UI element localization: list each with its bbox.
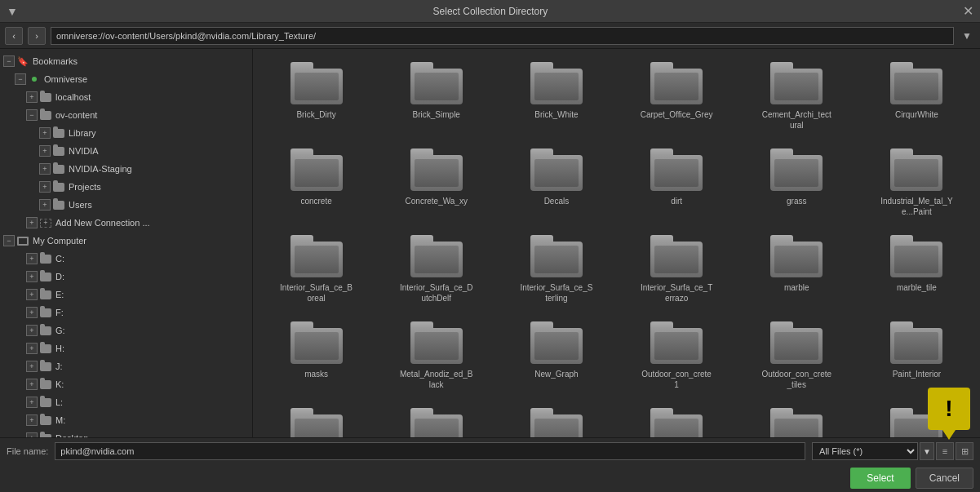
file-item-interior-surface-sterling[interactable]: Interior_Surfa_ce_Sterling — [499, 228, 613, 308]
expand-c[interactable]: + — [26, 253, 38, 264]
file-item-outdoor-concrete1[interactable]: Outdoor_con_crete1 — [620, 315, 734, 395]
folder-icon-brick-dirty — [290, 62, 343, 104]
sidebar-item-my-computer[interactable]: − My Computer — [0, 232, 252, 250]
folder-icon-nvidia-staging — [52, 163, 65, 175]
folder-icon-concrete-waxy — [410, 148, 463, 191]
forward-button[interactable]: › — [28, 27, 46, 45]
expand-localhost[interactable]: + — [26, 91, 38, 103]
expand-nvidia-staging[interactable]: + — [39, 163, 51, 175]
sidebar-item-ov-content[interactable]: − ov-content — [0, 106, 252, 124]
sidebar-item-f[interactable]: + F: — [0, 304, 252, 321]
menu-icon[interactable]: ▼ — [7, 5, 18, 18]
expand-f[interactable]: + — [26, 307, 38, 318]
filter-dropdown-arrow[interactable]: ▼ — [920, 442, 934, 460]
file-item-dirt[interactable]: dirt — [620, 142, 734, 222]
sidebar-item-desktop[interactable]: + Desktop — [0, 429, 252, 437]
file-item-paint-interior[interactable]: Paint_Interior — [860, 315, 973, 395]
expand-d[interactable]: + — [26, 271, 38, 282]
file-item-new-graph[interactable]: New_Graph — [499, 315, 613, 395]
title-bar-left: ▼ — [7, 5, 18, 18]
file-label-cement-archi-tectural: Cement_Archi_tectural — [760, 109, 833, 131]
sidebar-item-j[interactable]: + J: — [0, 357, 252, 375]
file-item-brick-dirty[interactable]: Brick_Dirty — [259, 55, 373, 135]
sidebar-item-c[interactable]: + C: — [0, 250, 252, 268]
folder-icon-marble-tile — [890, 235, 942, 277]
folder-icon-brick-white — [530, 62, 583, 104]
sidebar-item-nvidia-staging[interactable]: + NVIDIA-Staging — [0, 160, 252, 178]
file-item-marble[interactable]: marble — [740, 228, 854, 308]
sidebar-item-projects[interactable]: + Projects — [0, 178, 252, 196]
file-item-marble-tile[interactable]: marble_tile — [860, 228, 973, 308]
file-item-concrete-waxy[interactable]: Concrete_Wa_xy — [379, 142, 493, 222]
address-path[interactable]: omniverse://ov-content/Users/pkind@nvidi… — [51, 27, 954, 45]
folder-icon-plaster — [530, 408, 583, 437]
expand-omniverse[interactable]: − — [15, 73, 26, 85]
view-grid-button[interactable]: ⊞ — [956, 442, 973, 460]
address-expand-icon[interactable]: ▼ — [959, 29, 975, 43]
cancel-button[interactable]: Cancel — [916, 468, 973, 489]
expand-nvidia[interactable]: + — [39, 145, 51, 157]
expand-j[interactable]: + — [26, 361, 38, 372]
expand-my-computer[interactable]: − — [3, 235, 15, 246]
file-item-pictures[interactable]: pictures — [259, 401, 373, 437]
file-label-masks: masks — [304, 369, 328, 379]
file-item-brick-simple[interactable]: Brick_Simple — [379, 55, 493, 135]
file-item-decals[interactable]: Decals — [499, 142, 613, 222]
file-item-plaster[interactable]: plaster — [499, 401, 613, 437]
file-item-outdoor-concrete-tiles[interactable]: Outdoor_con_crete_tiles — [740, 315, 854, 395]
sidebar-item-omniverse[interactable]: − Omniverse — [0, 70, 252, 88]
file-item-masks[interactable]: masks — [259, 315, 373, 395]
expand-bookmarks[interactable]: − — [3, 55, 15, 67]
file-item-industrial-me-tal[interactable]: Industrial_Me_tal_Ye...Paint — [860, 142, 973, 222]
view-list-button[interactable]: ≡ — [936, 442, 954, 460]
file-item-interior-surface-boreal[interactable]: Interior_Surfa_ce_Boreal — [259, 228, 373, 308]
filename-input[interactable] — [55, 442, 805, 460]
sidebar-item-nvidia[interactable]: + NVIDIA — [0, 142, 252, 160]
file-label-paint-interior: Paint_Interior — [893, 369, 941, 379]
expand-m[interactable]: + — [26, 414, 38, 426]
file-type-filter[interactable]: All Files (*) — [812, 442, 918, 460]
file-item-interior-surface-dutchdelf[interactable]: Interior_Surfa_ce_DutchDelf — [379, 228, 493, 308]
file-item-folder29[interactable] — [740, 401, 854, 437]
file-label-metal-anodized-black: Metal_Anodiz_ed_Black — [400, 369, 473, 390]
expand-users[interactable]: + — [39, 199, 51, 211]
file-item-cirqur-white[interactable]: CirqurWhite — [860, 55, 973, 135]
file-item-steel[interactable]: Steel — [620, 401, 734, 437]
file-item-carpet-office-grey[interactable]: Carpet_Office_Grey — [620, 55, 734, 135]
expand-g[interactable]: + — [26, 325, 38, 336]
sidebar-item-add-connection[interactable]: + + Add New Connection ... — [0, 214, 252, 232]
sidebar-item-users[interactable]: + Users — [0, 196, 252, 214]
file-label-concrete-waxy: Concrete_Wa_xy — [406, 196, 468, 206]
expand-k[interactable]: + — [26, 379, 38, 390]
sidebar-item-bookmarks[interactable]: − 🔖 Bookmarks — [0, 52, 252, 70]
expand-library[interactable]: + — [39, 127, 51, 139]
expand-e[interactable]: + — [26, 289, 38, 300]
folder-icon-users — [52, 199, 65, 211]
sidebar-item-e[interactable]: + E: — [0, 286, 252, 304]
expand-projects[interactable]: + — [39, 181, 51, 193]
sidebar-label-users: Users — [69, 200, 92, 210]
sidebar-item-k[interactable]: + K: — [0, 375, 252, 393]
expand-h[interactable]: + — [26, 343, 38, 354]
file-item-brick-white[interactable]: Brick_White — [499, 55, 613, 135]
expand-add-connection[interactable]: + — [26, 217, 38, 228]
file-item-grass[interactable]: grass — [740, 142, 854, 222]
sidebar-item-m[interactable]: + M: — [0, 411, 252, 429]
sidebar-item-d[interactable]: + D: — [0, 268, 252, 286]
sidebar-item-h[interactable]: + H: — [0, 339, 252, 357]
sidebar-item-library[interactable]: + Library — [0, 124, 252, 142]
expand-ov-content[interactable]: − — [26, 109, 38, 121]
file-item-interior-surface-terrazo[interactable]: Interior_Surfa_ce_Terrazo — [620, 228, 734, 308]
close-button[interactable]: ✕ — [963, 3, 973, 19]
folder-icon-h — [39, 343, 52, 354]
select-button[interactable]: Select — [850, 468, 910, 489]
file-item-cement-archi-tectural[interactable]: Cement_Archi_tectural — [740, 55, 854, 135]
sidebar-item-l[interactable]: + L: — [0, 393, 252, 411]
sidebar-item-g[interactable]: + G: — [0, 321, 252, 339]
file-item-pk-skies-hdr[interactable]: PK_Skies_HD_R — [379, 401, 493, 437]
back-button[interactable]: ‹ — [5, 27, 23, 45]
sidebar-item-localhost[interactable]: + localhost — [0, 88, 252, 106]
file-item-concrete[interactable]: concrete — [259, 142, 373, 222]
file-item-metal-anodized-black[interactable]: Metal_Anodiz_ed_Black — [379, 315, 493, 395]
expand-l[interactable]: + — [26, 397, 38, 408]
